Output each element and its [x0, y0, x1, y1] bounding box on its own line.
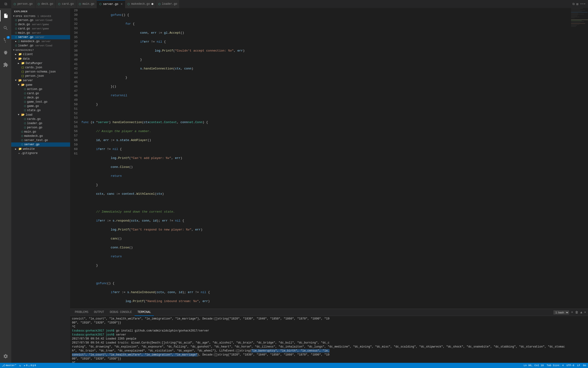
- go-icon: ⬡: [158, 3, 161, 6]
- open-editor-makedeck-go[interactable]: ● ⬡ makedeck.go server: [11, 39, 70, 44]
- file-gitignore[interactable]: ◈ .gitignore: [11, 151, 70, 155]
- folder-server[interactable]: ▼ 📂 server: [11, 78, 70, 83]
- maximize-panel-icon[interactable]: ▲: [580, 311, 582, 314]
- folder-data[interactable]: ▼ 📂 data: [11, 56, 70, 61]
- open-editor-deck-go[interactable]: ⬡ deck.go server/game: [11, 22, 70, 27]
- json-icon: {}: [21, 70, 24, 73]
- tab-output[interactable]: OUTPUT: [91, 309, 107, 316]
- folder-website[interactable]: ▶ 📁 website: [11, 147, 70, 151]
- govhack-section[interactable]: ▼ GOVHACK2017: [11, 48, 70, 52]
- file-person-go-load[interactable]: ⬡ person.go: [11, 126, 70, 130]
- file-person-json[interactable]: {} person.json: [11, 74, 70, 78]
- encoding[interactable]: UTF-8: [567, 364, 574, 367]
- open-editor-card-go[interactable]: ⬡ card.go server/game: [11, 27, 70, 31]
- minimap: [569, 8, 588, 309]
- tab-server-go[interactable]: ⬡ server.go ×: [97, 0, 125, 8]
- sync-icon: ↻: [19, 364, 21, 367]
- file-card-go[interactable]: ⬡ card.go: [11, 91, 70, 96]
- tab-close-button[interactable]: ×: [121, 2, 123, 6]
- svg-rect-8: [571, 15, 578, 15]
- tab-loader-go[interactable]: ⬡ loader.go: [156, 0, 180, 8]
- go-icon: ⬡: [99, 3, 102, 6]
- folder-icon: 📁: [18, 147, 22, 151]
- tab-deck-go[interactable]: ⬡ deck.go: [35, 0, 56, 8]
- file-cards-go[interactable]: ⬡ cards.go: [11, 117, 70, 121]
- open-editors-section[interactable]: ▼ OPEN EDITORS 1 UNSAVED: [11, 14, 70, 18]
- tab-size[interactable]: Tab Size: 4: [547, 364, 564, 367]
- file-path: server/game: [32, 23, 49, 26]
- file-loader-go[interactable]: ⬡ loader.go: [11, 121, 70, 126]
- tab-debug-console[interactable]: DEBUG CONSOLE: [107, 309, 135, 316]
- info-num: 0: [34, 364, 36, 367]
- tab-terminal[interactable]: TERMINAL: [134, 309, 154, 316]
- panel-actions: 1: bash + 🗑 ▲ ×: [553, 310, 586, 314]
- activity-source-control[interactable]: 2: [0, 35, 11, 46]
- status-bar: ⎇ master* ↻ ✕ 0 ⚠ 0 ℹ 0 Ln 90, Col 10 Ta…: [0, 363, 588, 368]
- file-state-go[interactable]: ⬡ state.go: [11, 108, 70, 112]
- open-editor-loader-go[interactable]: ⬡ loader.go server/load: [11, 44, 70, 48]
- json-icon: {}: [21, 66, 24, 69]
- go-file-icon: ⬡: [15, 44, 17, 47]
- folder-load[interactable]: ▼ 📂 load: [11, 112, 70, 117]
- git-branch[interactable]: ⎇ master*: [2, 364, 17, 367]
- terminal-selector[interactable]: 1: bash: [553, 310, 569, 314]
- activity-explorer[interactable]: [0, 10, 11, 21]
- open-editor-server-go[interactable]: ⬡ server.go server: [11, 35, 70, 39]
- activity-debug[interactable]: [0, 47, 11, 58]
- file-makedeck-go[interactable]: ⬡ makedeck.go: [11, 134, 70, 138]
- folder-arrow: ▼: [18, 83, 20, 86]
- file-label: server.go: [18, 36, 33, 39]
- go-icon: ⬡: [21, 130, 23, 133]
- tab-card-go[interactable]: ⬡ card.go: [56, 0, 76, 8]
- errors-num: 0: [26, 364, 27, 367]
- file-deck-go[interactable]: ⬡ deck.go: [11, 96, 70, 100]
- folder-game[interactable]: ▼ 📂 game: [11, 83, 70, 87]
- errors-count[interactable]: ✕ 0 ⚠ 0 ℹ 0: [24, 364, 36, 367]
- go-icon: ⬡: [21, 139, 23, 142]
- file-label: person.json: [25, 74, 44, 78]
- folder-arrow: ▶: [15, 53, 18, 56]
- folder-client[interactable]: ▶ 📁 client: [11, 52, 70, 56]
- file-cards-json[interactable]: {} cards.json: [11, 65, 70, 70]
- file-server-test-go[interactable]: ⬡ server_test.go: [11, 138, 70, 142]
- close-panel-icon[interactable]: ×: [584, 311, 586, 314]
- cursor-position[interactable]: Ln 90, Col 10: [524, 364, 544, 367]
- split-editor-icon[interactable]: ⧉: [572, 2, 575, 6]
- tab-main-go[interactable]: ⬡ main.go: [76, 0, 97, 8]
- file-main-go-server[interactable]: ⬡ main.go: [11, 130, 70, 134]
- file-server-go[interactable]: ⬡ server.go: [11, 142, 70, 147]
- go-file-icon: ⬡: [15, 32, 17, 34]
- tab-person-go[interactable]: ⬡ person.go: [11, 0, 35, 8]
- line-ending[interactable]: LF: [577, 364, 580, 367]
- new-terminal-icon[interactable]: +: [571, 310, 573, 314]
- error-icon: ✕: [24, 364, 26, 367]
- title-bar-actions: ⧉ ▤ •••: [570, 2, 588, 6]
- file-label: deck.go: [27, 96, 39, 99]
- terminal-content[interactable]: convict", "le_court", "le_health_welfare…: [70, 316, 588, 363]
- encoding-text: UTF-8: [567, 364, 574, 367]
- activity-extensions[interactable]: [0, 59, 11, 70]
- go-icon: ⬡: [24, 126, 26, 129]
- kill-terminal-icon[interactable]: 🗑: [575, 311, 578, 314]
- open-editor-person-go[interactable]: ⬡ person.go server/load: [11, 18, 70, 22]
- file-action-go[interactable]: ⬡ action.go: [11, 87, 70, 91]
- tab-problems[interactable]: PROBLEMS: [72, 309, 91, 316]
- activity-search[interactable]: [0, 22, 11, 34]
- open-editor-main-go[interactable]: ⬡ main.go server: [11, 31, 70, 35]
- tab-makedeck-go[interactable]: ⬡ makedeck.go: [125, 0, 156, 8]
- more-actions-icon[interactable]: •••: [580, 2, 586, 6]
- language-mode[interactable]: Go: [583, 364, 586, 367]
- code-editor[interactable]: go func() { for { conn, err := gl.Accept…: [79, 8, 569, 309]
- folder-datamunger[interactable]: ▶ 📁 DataMunger: [11, 61, 70, 65]
- file-label: makedeck.go: [24, 134, 43, 138]
- main-layout: 2 EXPLORER ▼ OPEN EDITORS 1 UNSAVED ⬡ pe…: [0, 8, 588, 363]
- activity-settings[interactable]: [0, 351, 11, 363]
- folder-icon: 📂: [18, 57, 22, 61]
- layout-icon[interactable]: ▤: [577, 2, 578, 6]
- file-game-test-go[interactable]: ⬡ game_test.go: [11, 100, 70, 104]
- svg-rect-14: [571, 21, 584, 22]
- file-game-go[interactable]: ⬡ game.go: [11, 104, 70, 108]
- go-icon: ⬡: [24, 101, 26, 103]
- sync-icon-item[interactable]: ↻: [19, 364, 21, 367]
- file-person-schema-json[interactable]: {} person-schema.json: [11, 70, 70, 74]
